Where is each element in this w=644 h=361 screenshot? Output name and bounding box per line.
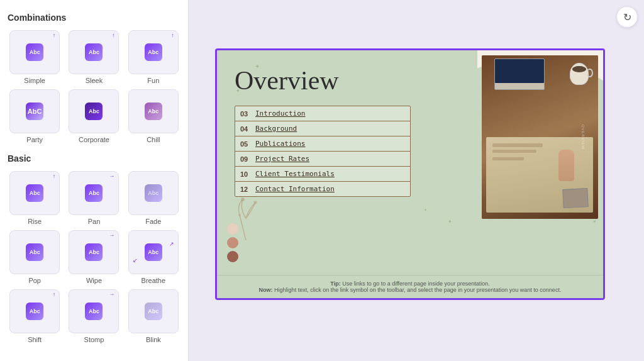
- basic-pan[interactable]: → Abc Pan: [67, 171, 121, 225]
- combo-label-party: Party: [26, 136, 43, 143]
- icon-fun: Abc: [145, 43, 162, 61]
- refresh-button[interactable]: ↻: [616, 6, 638, 28]
- combo-chill[interactable]: Abc Chill: [126, 89, 180, 143]
- slide-tip-bar: Tip: Use links to go to a different page…: [217, 275, 603, 298]
- left-panel: Combinations ↑ Abc Simple ↑ Abc Sleek: [0, 0, 189, 361]
- toc-row-pub: 05 Publications: [235, 136, 410, 152]
- basic-rise[interactable]: ↑ Abc Rise: [8, 171, 62, 225]
- tip-text: Use links to go to a different page insi…: [342, 280, 489, 287]
- arrow-simple: ↑: [53, 32, 56, 38]
- combo-card-rise[interactable]: ↑ Abc: [9, 171, 60, 215]
- basic-breathe[interactable]: ↗ ↙ Abc Breathe: [126, 230, 180, 284]
- combinations-section-title: Combinations: [8, 13, 180, 23]
- combo-card-wipe[interactable]: → Abc: [69, 230, 119, 274]
- icon-shift: Abc: [26, 303, 43, 320]
- notebook-line-2: [492, 150, 536, 153]
- desk-photo-bg: OVERVIEW: [482, 55, 598, 219]
- combo-card-simple[interactable]: ↑ Abc: [9, 30, 60, 74]
- svg-point-2: [238, 214, 241, 216]
- basic-fade[interactable]: Abc Fade: [126, 171, 180, 225]
- combo-card-sleek[interactable]: ↑ Abc: [69, 30, 119, 74]
- combo-card-pop[interactable]: Abc: [9, 230, 60, 274]
- breathe-inner: ↗ ↙ Abc: [129, 240, 178, 265]
- vertical-text: OVERVIEW: [581, 125, 585, 150]
- combo-card-shift[interactable]: ↑ Abc: [9, 289, 60, 333]
- combo-label-simple: Simple: [24, 77, 45, 84]
- combo-card-fade[interactable]: Abc: [128, 171, 179, 215]
- combo-label-stomp: Stomp: [84, 336, 104, 343]
- icon-sleek: Abc: [85, 43, 103, 61]
- basic-wipe[interactable]: → Abc Wipe: [67, 230, 121, 284]
- basic-section-title: Basic: [8, 153, 180, 164]
- notebook-lines: [492, 143, 543, 147]
- combo-label-breathe: Breathe: [142, 277, 166, 284]
- icon-pop: Abc: [26, 243, 43, 261]
- toc-row-bg: 04 Background: [235, 121, 410, 136]
- arrow-fun: ↑: [171, 32, 174, 38]
- combo-card-corporate[interactable]: Abc: [69, 89, 119, 133]
- icon-stomp: Abc: [85, 303, 103, 320]
- arrow-stomp: →: [109, 291, 114, 297]
- combo-label-corporate: Corporate: [79, 136, 109, 143]
- combo-fun[interactable]: ↑ Abc Fun: [126, 30, 180, 84]
- coffee-mug: [570, 63, 589, 85]
- icon-party: AbC: [26, 103, 43, 120]
- arrow-pan: →: [109, 173, 114, 179]
- mug-handle: [587, 69, 593, 77]
- arrow-rise: ↑: [53, 173, 56, 179]
- slide-content: ✦ ✦ ✦ ✦ Overview 03: [217, 50, 603, 275]
- deco-star-3: ✦: [448, 219, 452, 225]
- refresh-icon: ↻: [623, 11, 631, 23]
- basic-stomp[interactable]: → Abc Stomp: [67, 289, 121, 343]
- combo-label-rise: Rise: [28, 218, 42, 225]
- combo-simple[interactable]: ↑ Abc Simple: [8, 30, 62, 84]
- combo-card-party[interactable]: AbC: [9, 89, 60, 133]
- toc-link-intro[interactable]: Introduction: [255, 109, 305, 118]
- icon-chill: Abc: [145, 103, 162, 120]
- toc-link-bg[interactable]: Background: [255, 125, 297, 133]
- toc-num-pub: 05: [240, 140, 255, 148]
- laptop-shape: [494, 58, 545, 90]
- toc-link-contact[interactable]: Contact Information: [255, 185, 335, 193]
- arrow-breathe-down: ↙: [133, 257, 138, 264]
- slide-right: ✦ ✦ ✦: [477, 50, 603, 275]
- toc-row-testimonials: 10 Client Testimonials: [235, 167, 410, 182]
- icon-simple: Abc: [26, 43, 43, 61]
- coffee-liquid: [572, 66, 586, 72]
- hand-shape: [558, 150, 574, 181]
- svg-point-1: [254, 201, 257, 204]
- toc-table: 03 Introduction 04 Background 05 Publica…: [235, 106, 411, 197]
- combo-label-pan: Pan: [88, 218, 101, 225]
- combo-card-pan[interactable]: → Abc: [69, 171, 119, 215]
- toc-num-testimonials: 10: [240, 170, 255, 178]
- combo-card-breathe[interactable]: ↗ ↙ Abc: [128, 230, 179, 274]
- combo-party[interactable]: AbC Party: [8, 89, 62, 143]
- basic-shift[interactable]: ↑ Abc Shift: [8, 289, 62, 343]
- toc-row-intro: 03 Introduction: [235, 106, 410, 121]
- combinations-grid: ↑ Abc Simple ↑ Abc Sleek ↑ Abc: [8, 30, 180, 143]
- toc-link-pub[interactable]: Publications: [255, 140, 305, 148]
- basic-pop[interactable]: Abc Pop: [8, 230, 62, 284]
- tip-line-2: Now: Highlight text, click on the link s…: [230, 287, 591, 293]
- combo-card-fun[interactable]: ↑ Abc: [128, 30, 179, 74]
- desk-photo: OVERVIEW: [482, 55, 598, 219]
- svg-point-0: [241, 197, 245, 201]
- combo-card-blink[interactable]: Abc: [128, 289, 179, 333]
- icon-breathe: Abc: [145, 243, 162, 261]
- toc-link-testimonials[interactable]: Client Testimonials: [255, 170, 335, 178]
- combo-card-chill[interactable]: Abc: [128, 89, 179, 133]
- combo-corporate[interactable]: Abc Corporate: [67, 89, 121, 143]
- icon-fade: Abc: [145, 184, 162, 202]
- arrow-wipe: →: [109, 232, 114, 238]
- deco-star-4: ✦: [424, 208, 427, 212]
- combo-sleek[interactable]: ↑ Abc Sleek: [67, 30, 121, 84]
- combo-card-stomp[interactable]: → Abc: [69, 289, 119, 333]
- now-text: Highlight text, click on the link symbol…: [274, 287, 561, 293]
- combo-label-blink: Blink: [146, 336, 161, 343]
- icon-wipe: Abc: [85, 243, 103, 261]
- slide[interactable]: ✦ ✦ ✦ ✦ Overview 03: [215, 48, 605, 300]
- toc-link-rates[interactable]: Project Rates: [255, 155, 309, 163]
- basic-blink[interactable]: Abc Blink: [126, 289, 180, 343]
- basic-grid: ↑ Abc Rise → Abc Pan Abc: [8, 171, 180, 343]
- arrow-sleek: ↑: [112, 32, 115, 38]
